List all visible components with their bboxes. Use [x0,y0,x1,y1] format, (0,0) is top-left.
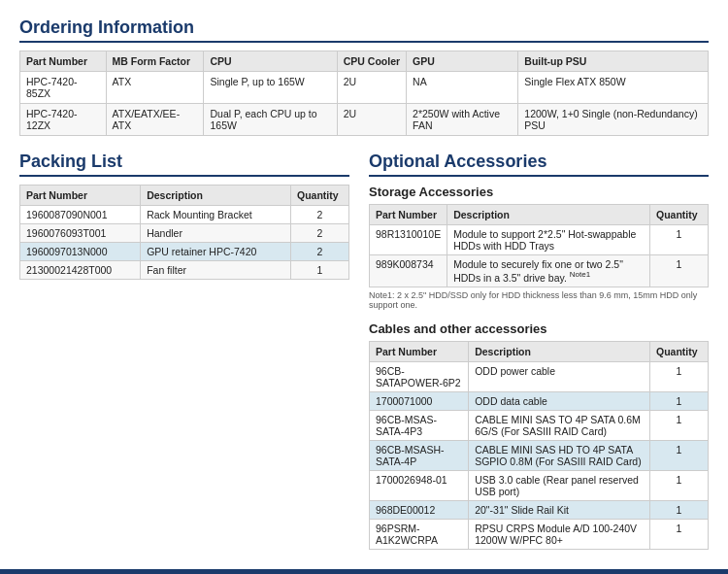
storage-table: Part NumberDescriptionQuantity 98R131001… [369,204,709,287]
table-row: 989K008734Module to securely fix one or … [370,255,709,287]
storage-header: Quantity [650,205,709,225]
table-row: 1700026948-01USB 3.0 cable (Rear panel r… [370,470,709,500]
ordering-header: MB Form Factor [106,51,204,72]
table-row: 1960076093T001Handler2 [20,224,349,243]
table-row: 21300021428T000Fan filter1 [20,261,349,280]
ordering-table: Part NumberMB Form FactorCPUCPU CoolerGP… [19,51,709,136]
packing-header: Description [141,186,291,206]
table-row: 1700071000ODD data cable1 [370,391,709,410]
ordering-header: CPU Cooler [337,51,406,72]
table-row: HPC-7420-12ZXATX/EATX/EE-ATXDual P, each… [20,104,709,136]
storage-header: Part Number [370,205,447,225]
cables-header: Description [469,341,650,361]
ordering-header: GPU [407,51,518,72]
ordering-header: Built-up PSU [518,51,709,72]
ordering-title: Ordering Information [19,17,709,43]
footer: Online Download www.advantech.com/produc… [0,569,728,575]
table-row: 96CB-MSAS-SATA-4P3CABLE MINI SAS TO 4P S… [370,410,709,440]
table-row: 1960097013N000GPU retainer HPC-74202 [20,243,349,261]
cables-table: Part NumberDescriptionQuantity 96CB-SATA… [369,341,709,550]
packing-header: Quantity [291,186,349,206]
packing-table: Part NumberDescriptionQuantity 196008709… [19,185,349,280]
table-row: 98R1310010EModule to support 2*2.5" Hot-… [370,225,709,255]
storage-note: Note1: 2 x 2.5" HDD/SSD only for HDD thi… [369,290,709,310]
table-row: 96PSRM-A1K2WCRPARPSU CRPS Module A/D 100… [370,519,709,549]
table-row: 96CB-MSASH-SATA-4PCABLE MINI SAS HD TO 4… [370,440,709,470]
table-row: 1960087090N001Rack Mounting Bracket2 [20,206,349,224]
cables-subtitle: Cables and other accessories [369,321,709,336]
optional-title: Optional Accessories [369,152,709,177]
packing-title: Packing List [19,152,349,177]
cables-header: Quantity [650,341,709,361]
ordering-header: CPU [204,51,337,72]
table-row: 96CB-SATAPOWER-6P2ODD power cable1 [370,361,709,391]
table-row: HPC-7420-85ZXATXSingle P, up to 165W2UNA… [20,72,709,104]
storage-subtitle: Storage Accessories [369,185,709,199]
cables-header: Part Number [370,341,469,361]
ordering-header: Part Number [20,51,107,72]
packing-header: Part Number [20,186,141,206]
table-row: 968DE0001220"-31" Slide Rail Kit1 [370,500,709,519]
storage-header: Description [447,205,650,225]
